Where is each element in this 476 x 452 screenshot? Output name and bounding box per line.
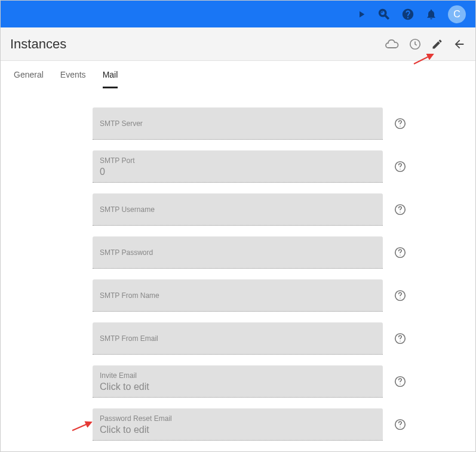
field-help-icon[interactable] — [394, 375, 407, 388]
bell-icon[interactable] — [425, 8, 437, 20]
svg-point-16 — [400, 383, 400, 384]
clock-icon[interactable] — [409, 38, 422, 51]
smtp-server-field[interactable]: SMTP Server — [93, 107, 383, 140]
field-label: SMTP Password — [100, 248, 376, 258]
field-row-invite-email: Invite Email Click to edit — [1, 365, 475, 398]
field-row-smtp-port: SMTP Port 0 — [1, 150, 475, 183]
field-help-icon[interactable] — [394, 117, 407, 130]
svg-point-12 — [400, 297, 400, 298]
invite-email-field[interactable]: Invite Email Click to edit — [93, 365, 383, 398]
smtp-from-name-field[interactable]: SMTP From Name — [93, 279, 383, 312]
svg-point-8 — [400, 211, 400, 212]
field-label: Invite Email — [100, 371, 376, 381]
cloud-icon[interactable] — [385, 37, 399, 51]
field-row-smtp-from-name: SMTP From Name — [1, 279, 475, 312]
tabs: General Events Mail — [1, 61, 475, 90]
field-value: Click to edit — [100, 424, 376, 436]
field-row-smtp-server: SMTP Server — [1, 107, 475, 140]
field-label: SMTP Username — [100, 205, 376, 215]
tab-general[interactable]: General — [14, 62, 44, 88]
smtp-port-field[interactable]: SMTP Port 0 — [93, 150, 383, 183]
svg-point-4 — [400, 125, 400, 126]
field-label: SMTP Port — [100, 156, 376, 166]
field-row-smtp-from-email: SMTP From Email — [1, 322, 475, 355]
field-label: SMTP Server — [100, 119, 376, 129]
field-label: Password Reset Email — [100, 414, 376, 424]
smtp-password-field[interactable]: SMTP Password — [93, 236, 383, 269]
field-row-smtp-password: SMTP Password — [1, 236, 475, 269]
field-row-password-reset-email: Password Reset Email Click to edit — [1, 408, 475, 441]
sub-header: Instances — [1, 27, 475, 61]
field-help-icon[interactable] — [394, 203, 407, 216]
avatar-initial: C — [453, 9, 460, 20]
field-label: SMTP From Name — [100, 291, 376, 301]
field-help-icon[interactable] — [394, 246, 407, 259]
field-help-icon[interactable] — [394, 418, 407, 431]
field-value: 0 — [100, 166, 376, 179]
svg-point-10 — [400, 254, 400, 255]
field-label: SMTP From Email — [100, 334, 376, 344]
svg-point-18 — [400, 426, 400, 427]
field-row-smtp-username: SMTP Username — [1, 193, 475, 226]
page-title: Instances — [10, 36, 66, 52]
field-value: Click to edit — [100, 381, 376, 393]
search-icon[interactable] — [377, 8, 391, 21]
edit-icon[interactable] — [431, 38, 443, 50]
back-arrow-icon[interactable] — [453, 38, 466, 51]
svg-point-14 — [400, 340, 400, 341]
help-icon[interactable] — [401, 8, 414, 21]
top-bar: C — [1, 1, 475, 27]
tab-mail[interactable]: Mail — [103, 62, 118, 88]
form-area: SMTP Server SMTP Port 0 SMTP Username SM… — [1, 90, 475, 441]
tab-events[interactable]: Events — [60, 62, 86, 88]
svg-point-6 — [400, 168, 400, 169]
field-help-icon[interactable] — [394, 332, 407, 345]
avatar[interactable]: C — [448, 5, 466, 23]
header-actions — [385, 37, 466, 51]
field-help-icon[interactable] — [394, 160, 407, 173]
smtp-username-field[interactable]: SMTP Username — [93, 193, 383, 226]
password-reset-email-field[interactable]: Password Reset Email Click to edit — [93, 408, 383, 441]
play-icon[interactable] — [356, 9, 367, 20]
smtp-from-email-field[interactable]: SMTP From Email — [93, 322, 383, 355]
field-help-icon[interactable] — [394, 289, 407, 302]
